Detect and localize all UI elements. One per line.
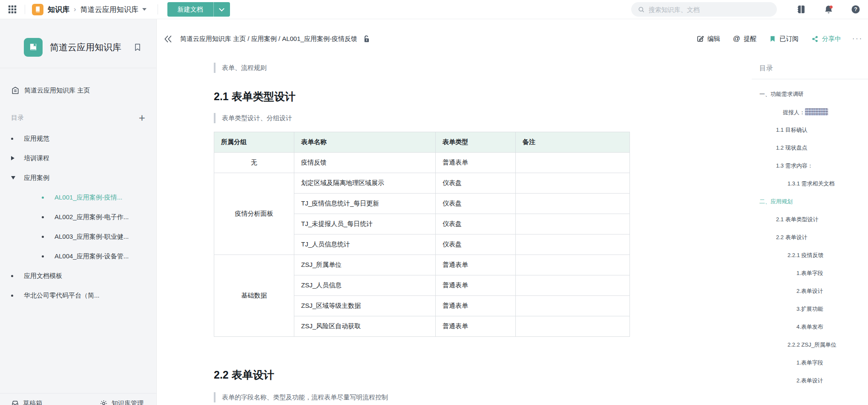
new-document-button[interactable]: 新建文档 <box>167 2 230 17</box>
sharing-button[interactable]: 分享中 <box>811 35 841 43</box>
sidebar-tree-item[interactable]: 华北公司零代码平台（简... <box>0 286 156 305</box>
table-row: 疫情分析面板划定区域及隔离地理区域展示仪表盘 <box>214 173 630 194</box>
sharing-label: 分享中 <box>822 35 841 43</box>
table-cell: 仪表盘 <box>436 194 516 214</box>
toc-item-label: 2.表单设计 <box>796 377 823 384</box>
toc-item[interactable]: 2.2.1 疫情反馈 <box>752 252 868 259</box>
bookmark-outline-icon[interactable] <box>133 43 142 52</box>
help-icon[interactable]: ? <box>849 3 862 16</box>
collapse-sidebar-icon[interactable] <box>164 35 172 43</box>
quote-block: 表单类型设计、分组设计 <box>214 113 629 123</box>
drafts-icon <box>11 399 19 405</box>
document-breadcrumb[interactable]: 简道云应用知识库 主页 / 应用案例 / AL001_应用案例-疫情反馈 <box>180 35 357 43</box>
kb-manage-button[interactable]: 知识库管理 <box>100 399 144 405</box>
toc-item-label: 1.表单字段 <box>796 359 823 366</box>
sidebar-tree-item-label: 应用案例 <box>24 174 49 182</box>
table-cell: 普通表单 <box>436 316 516 337</box>
bullet-icon <box>11 138 24 140</box>
unlock-icon[interactable] <box>362 35 371 43</box>
topbar-divider <box>25 5 25 14</box>
subscribed-button[interactable]: 已订阅 <box>769 35 799 43</box>
search-box[interactable] <box>631 2 777 17</box>
sidebar-item-home[interactable]: 简道云应用知识库 主页 <box>11 86 146 95</box>
toc-item[interactable]: 2.表单设计 <box>752 377 868 385</box>
app-launcher-icon[interactable] <box>7 4 18 15</box>
notebook-icon[interactable] <box>795 3 808 16</box>
triangle-down-icon[interactable] <box>11 176 24 179</box>
table-cell: 划定区域及隔离地理区域展示 <box>294 173 436 194</box>
sidebar-tree-item[interactable]: AL004_应用案例-设备管... <box>0 246 156 266</box>
sidebar-home-label: 简道云应用知识库 主页 <box>24 87 90 95</box>
sidebar-tree-item[interactable]: 培训课程 <box>0 148 156 168</box>
toc-item[interactable]: 4.表单发布 <box>752 323 868 331</box>
toc-item[interactable]: 1.3 需求内容： <box>752 162 868 170</box>
workspace-name[interactable]: 简道云应用知识库 <box>80 5 138 14</box>
table-cell: 仪表盘 <box>436 214 516 234</box>
add-page-button[interactable]: + <box>139 113 145 122</box>
edit-button[interactable]: 编辑 <box>696 35 720 43</box>
sidebar-tree-item-label: AL004_应用案例-设备管... <box>55 252 129 260</box>
redacted-name <box>805 108 828 116</box>
new-document-dropdown[interactable] <box>214 2 230 17</box>
toc-item-label: 3.扩展功能 <box>796 306 823 312</box>
sidebar-tree-item[interactable]: AL001_应用案例-疫情... <box>0 188 156 207</box>
toc-item[interactable]: 1.2 现状盘点 <box>752 144 868 152</box>
toc-item[interactable]: 1.表单字段 <box>752 359 868 367</box>
sidebar-tree-item[interactable]: 应用案例 <box>0 168 156 188</box>
table-cell: 仪表盘 <box>436 234 516 255</box>
workspace-dropdown-icon[interactable] <box>142 8 147 11</box>
chevron-down-icon <box>219 6 224 12</box>
toc-item[interactable]: 3.扩展功能 <box>752 305 868 313</box>
toc-item-label: 一、功能需求调研 <box>759 91 804 97</box>
toc-item[interactable]: 一、功能需求调研 <box>752 90 868 98</box>
more-actions-button[interactable]: ··· <box>852 35 863 43</box>
kb-manage-label: 知识库管理 <box>112 399 144 405</box>
new-document-label[interactable]: 新建文档 <box>167 2 213 17</box>
at-icon: @ <box>733 35 740 43</box>
toc-item-label: 2.2.2 ZSJ_所属单位 <box>788 341 836 348</box>
app-name[interactable]: 知识库 <box>48 5 69 14</box>
toc-item[interactable]: 2.2.2 ZSJ_所属单位 <box>752 341 868 349</box>
home-icon <box>11 86 20 95</box>
triangle-right-icon[interactable] <box>11 156 24 160</box>
table-group-cell: 疫情分析面板 <box>214 173 294 255</box>
knowledge-base-app-icon[interactable] <box>32 4 43 15</box>
table-header-cell: 备注 <box>516 132 630 153</box>
sidebar-tree-item-label: AL003_应用案例-职业健... <box>55 233 129 241</box>
sidebar-tree-item[interactable]: 应用规范 <box>0 129 156 148</box>
notifications-bell-icon[interactable] <box>822 3 835 16</box>
quote-block: 表单的字段名称、类型及功能，流程表单尽量写明流程控制 <box>214 392 629 402</box>
sidebar-divider <box>0 68 156 68</box>
table-cell <box>516 316 630 337</box>
table-cell <box>516 275 630 296</box>
table-cell: 普通表单 <box>436 153 516 173</box>
search-input[interactable] <box>649 6 770 13</box>
sidebar-tree-item[interactable]: AL003_应用案例-职业健... <box>0 227 156 246</box>
table-cell: 普通表单 <box>436 296 516 316</box>
sidebar-tree-item[interactable]: AL002_应用案例-电子作... <box>0 207 156 227</box>
remind-button[interactable]: @ 提醒 <box>733 35 756 43</box>
sidebar-title-row: 简道云应用知识库 <box>0 19 156 68</box>
table-header-cell: 表单类型 <box>436 132 516 153</box>
bullet-icon <box>42 216 55 218</box>
gear-icon <box>100 399 108 405</box>
toc-item[interactable]: 2.表单设计 <box>752 287 868 295</box>
table-cell: ZSJ_所属单位 <box>294 255 436 275</box>
edit-icon <box>696 35 704 43</box>
toc-item[interactable]: 1.3.1 需求相关文档 <box>752 180 868 188</box>
toc-item[interactable]: 提报人： <box>752 108 868 116</box>
toc-item[interactable]: 2.2 表单设计 <box>752 234 868 241</box>
toc-item[interactable]: 1.1 目标确认 <box>752 126 868 134</box>
toc-item[interactable]: 1.表单字段 <box>752 269 868 277</box>
sidebar-tree-item-label: AL001_应用案例-疫情... <box>55 194 122 202</box>
drafts-button[interactable]: 草稿箱 <box>11 399 42 405</box>
toc-item[interactable]: 二、应用规划 <box>752 198 868 205</box>
toc-item-label: 4.表单发布 <box>796 324 823 330</box>
document-actions: 编辑 @ 提醒 已订阅 分享中 ··· <box>684 35 863 43</box>
bullet-icon <box>11 295 24 297</box>
sidebar-tree-item[interactable]: 应用文档模板 <box>0 266 156 286</box>
sidebar-tree-item-label: 应用文档模板 <box>24 272 62 280</box>
table-row: 无疫情反馈普通表单 <box>214 153 630 173</box>
toc-item[interactable]: 2.1 表单类型设计 <box>752 216 868 223</box>
remind-label: 提醒 <box>744 35 756 43</box>
